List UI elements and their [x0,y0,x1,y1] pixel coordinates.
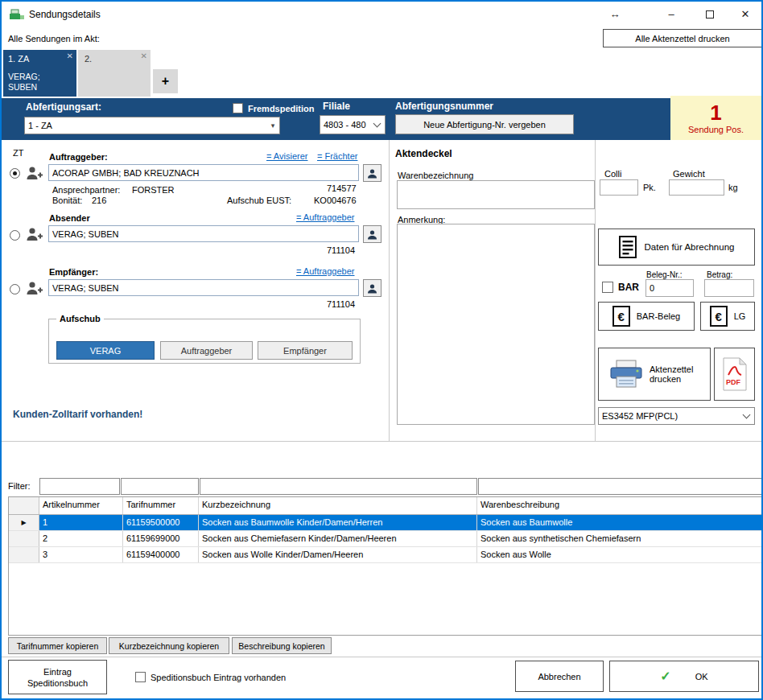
tab-title: 2. [85,54,92,64]
app-icon [10,9,24,21]
neue-abfertigungsnr-button[interactable]: Neue Abfertigung-Nr. vergeben [395,114,574,134]
printer-icon [609,360,643,389]
column-header-artikelnummer[interactable]: Artikelnummer [39,497,123,514]
cell-artikelnummer: 1 [39,515,123,530]
auftraggeber-radio[interactable] [10,168,20,179]
filter-input-tarifnummer[interactable] [121,478,199,495]
table-row[interactable]: 3 61159400000 Socken aus Wolle Kinder/Da… [9,547,761,563]
speditionsbuch-button-line2: Speditionsbuch [27,677,88,689]
kg-label: kg [728,183,738,192]
euro-icon: € [710,306,728,327]
ok-label: OK [695,672,708,681]
maximize-button[interactable] [691,2,729,27]
aktenzettel-drucken-button[interactable]: Aktenzettel drucken [598,348,711,401]
filter-input-kurzbezeichnung[interactable] [200,478,477,495]
column-header-tarifnummer[interactable]: Tarifnummer [123,497,199,514]
abfertigungsnummer-label: Abfertigungsnummer [395,101,493,112]
sendung-pos-box: 1 Sendung Pos. [670,96,761,140]
add-shipment-tab-button[interactable]: + [153,69,178,93]
colli-input[interactable] [600,179,638,196]
tab-close-icon[interactable]: ✕ [141,51,147,60]
filter-input-artikelnummer[interactable] [39,478,120,495]
empfaenger-radio[interactable] [10,284,20,294]
window: Sendungsdetails ↔ – ✕ Alle Sendungen im … [0,0,763,700]
auftraggeber-input[interactable] [48,164,359,181]
beleg-nr-input[interactable] [645,279,694,297]
absender-contact-button[interactable] [363,225,382,243]
abrechnung-button[interactable]: Daten für Abrechnung [598,229,755,266]
empfaenger-contact-button[interactable] [363,279,382,297]
pdf-button[interactable]: PDF [714,348,755,401]
aufschub-verag-button[interactable]: VERAG [56,341,155,360]
filiale-label: Filiale [323,101,350,112]
abfertigungsart-value: 1 - ZA [25,121,266,130]
empfaenger-auftraggeber-link[interactable]: = Auftraggeber [296,266,354,276]
avisierer-link[interactable]: = Avisierer [266,151,307,161]
tab-shipment-2[interactable]: 2. ✕ [78,50,151,97]
person-icon [367,168,377,179]
lg-button[interactable]: € LG [700,302,755,331]
empfaenger-input[interactable] [48,279,359,296]
aufschub-eust-value: KO004676 [314,196,357,205]
cell-kurzbezeichnung: Socken aus Chemiefasern Kinder/Damen/Hee… [199,531,477,546]
aufschub-auftraggeber-button[interactable]: Auftraggeber [160,341,253,360]
person-icon [367,283,377,294]
fremdspedition-label: Fremdspedition [248,104,315,113]
absender-input[interactable] [48,225,359,242]
aufschub-empfaenger-button[interactable]: Empfänger [258,341,353,360]
resize-arrow-icon[interactable]: ↔ [601,2,629,27]
svg-text:PDF: PDF [726,378,741,386]
euro-icon: € [612,306,630,327]
copy-kurzbezeichnung-button[interactable]: Kurzbezeichnung kopieren [109,637,229,654]
speditionsbuch-checkbox[interactable] [135,672,146,682]
tab-shipment-1[interactable]: 1. ZA ✕ VERAG; SUBEN [3,50,76,97]
eintrag-speditionsbuch-button[interactable]: Eintrag Speditionsbuch [8,660,107,694]
contact-add-icon[interactable] [25,164,43,183]
warenbezeichnung-label: Warenbezeichnung [398,171,473,180]
bar-beleg-button[interactable]: € BAR-Beleg [598,302,695,331]
maximize-icon [706,10,714,19]
empfaenger-label: Empfänger: [49,267,98,277]
warenbezeichnung-input[interactable] [397,180,595,209]
print-all-aktenzettel-button[interactable]: Alle Aktenzettel drucken [603,29,762,47]
tab-subtitle-2: SUBEN [8,82,37,92]
fraechter-link[interactable]: = Frächter [317,151,357,161]
column-header-warenbeschreibung[interactable]: Warenbeschreibung [477,497,761,514]
anmerkung-textarea[interactable] [397,224,595,425]
abfertigungsart-select[interactable]: 1 - ZA ▾ [24,117,280,134]
bar-checkbox[interactable] [602,282,613,293]
printer-select[interactable]: ES3452 MFP(PCL) [598,407,755,425]
betrag-input[interactable] [704,279,754,297]
empfaenger-number: 711104 [327,299,355,309]
ok-button[interactable]: ✓ OK [609,661,759,692]
filter-label: Filter: [8,481,31,491]
auftraggeber-contact-button[interactable] [363,164,382,182]
minimize-button[interactable]: – [652,2,691,27]
column-header-kurzbezeichnung[interactable]: Kurzbezeichnung [199,497,477,514]
filter-input-warenbeschreibung[interactable] [478,478,762,495]
chevron-down-icon [373,120,382,128]
table-row[interactable]: 2 61159699000 Socken aus Chemiefasern Ki… [9,531,761,547]
absender-radio[interactable] [10,230,20,241]
absender-auftraggeber-link[interactable]: = Auftraggeber [296,212,354,222]
copy-beschreibung-button[interactable]: Beschreibung kopieren [232,637,332,654]
row-selector-header [9,497,39,514]
copy-tarifnummer-button[interactable]: Tarifnummer kopieren [8,637,107,654]
fremdspedition-checkbox[interactable] [233,103,243,113]
filiale-select[interactable]: 4803 - 480 [320,115,386,134]
tab-close-icon[interactable]: ✕ [67,51,73,60]
abrechnung-label: Daten für Abrechnung [645,242,735,252]
printer-value: ES3452 MFP(PCL) [599,411,744,421]
aktenzettel-label: Aktenzettel drucken [650,364,699,384]
tab-title: 1. ZA [8,54,29,64]
bonitaet-value: 216 [92,196,106,205]
cell-warenbeschreibung: Socken aus Wolle [477,547,761,562]
contact-add-icon[interactable] [25,225,43,244]
contact-add-icon[interactable] [25,279,43,298]
divider [389,140,390,441]
close-button[interactable]: ✕ [729,2,761,27]
cell-kurzbezeichnung: Socken aus Wolle Kinder/Damen/Heeren [199,547,477,562]
table-row[interactable]: ▶ 1 61159500000 Socken aus Baumwolle Kin… [9,515,761,531]
gewicht-input[interactable] [669,179,724,196]
abbrechen-button[interactable]: Abbrechen [515,661,604,692]
